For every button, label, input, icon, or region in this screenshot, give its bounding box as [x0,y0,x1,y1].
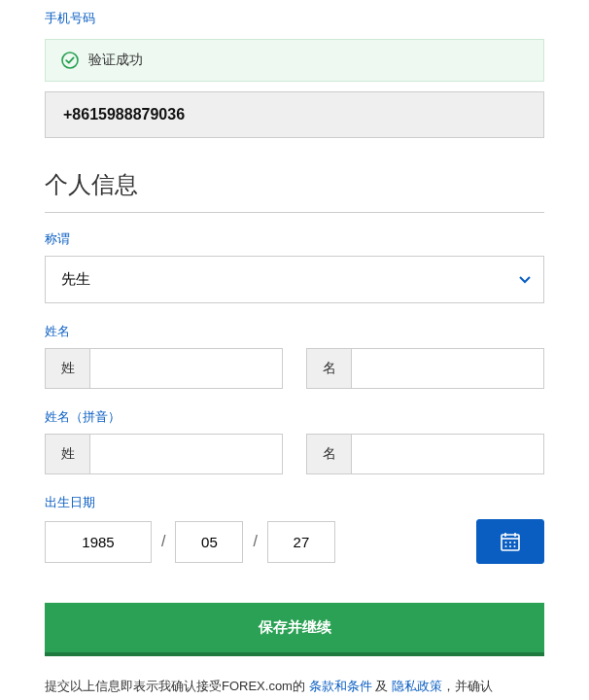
save-continue-button[interactable]: 保存并继续 [45,603,544,656]
svg-point-6 [509,542,511,543]
salutation-value: 先生 [61,270,90,287]
phone-value-display: +8615988879036 [45,91,544,138]
disclaimer-prefix: 提交以上信息即表示我确认接受FOREX.com的 [45,679,309,693]
given-name-field: 名 [306,348,544,389]
dob-separator: / [253,533,257,550]
dob-separator: / [161,533,165,550]
svg-point-10 [514,545,516,547]
dob-month-input[interactable] [175,521,243,563]
personal-info-heading: 个人信息 [45,169,544,200]
svg-point-9 [509,545,511,547]
surname-pinyin-input[interactable] [89,434,283,474]
check-circle-icon [61,52,79,69]
svg-point-8 [505,545,507,547]
dob-field-group: 出生日期 / / [45,494,544,564]
calendar-icon [499,530,522,553]
phone-label: 手机号码 [45,10,544,27]
section-divider [45,212,544,213]
name-pinyin-label: 姓名（拼音） [45,408,544,426]
verification-success-text: 验证成功 [88,52,143,69]
name-label: 姓名 [45,323,544,340]
name-field-group: 姓名 姓 名 [45,323,544,389]
given-prefix-label: 名 [306,348,351,389]
name-pinyin-field-group: 姓名（拼音） 姓 名 [45,408,544,474]
given-name-pinyin-input[interactable] [351,434,544,474]
svg-point-7 [514,542,516,543]
calendar-button[interactable] [476,519,544,564]
svg-point-5 [505,542,507,543]
privacy-link[interactable]: 隐私政策 [392,679,442,693]
surname-pinyin-prefix-label: 姓 [45,434,89,474]
surname-field: 姓 [45,348,283,389]
disclaimer-mid: 及 [372,679,392,693]
given-name-input[interactable] [351,348,544,389]
given-name-pinyin-field: 名 [306,434,544,474]
given-pinyin-prefix-label: 名 [306,434,351,474]
phone-section: 手机号码 验证成功 +8615988879036 [45,10,544,138]
dob-label: 出生日期 [45,494,544,511]
salutation-label: 称谓 [45,230,544,248]
surname-prefix-label: 姓 [45,348,89,389]
dob-day-input[interactable] [267,521,335,563]
dob-year-input[interactable] [45,521,152,563]
verification-success-banner: 验证成功 [45,39,544,82]
surname-pinyin-field: 姓 [45,434,283,474]
terms-link[interactable]: 条款和条件 [309,679,372,693]
salutation-select[interactable]: 先生 [45,256,544,303]
salutation-field: 称谓 先生 [45,230,544,303]
surname-input[interactable] [89,348,283,389]
disclaimer-text: 提交以上信息即表示我确认接受FOREX.com的 条款和条件 及 隐私政策，并确… [45,676,544,700]
